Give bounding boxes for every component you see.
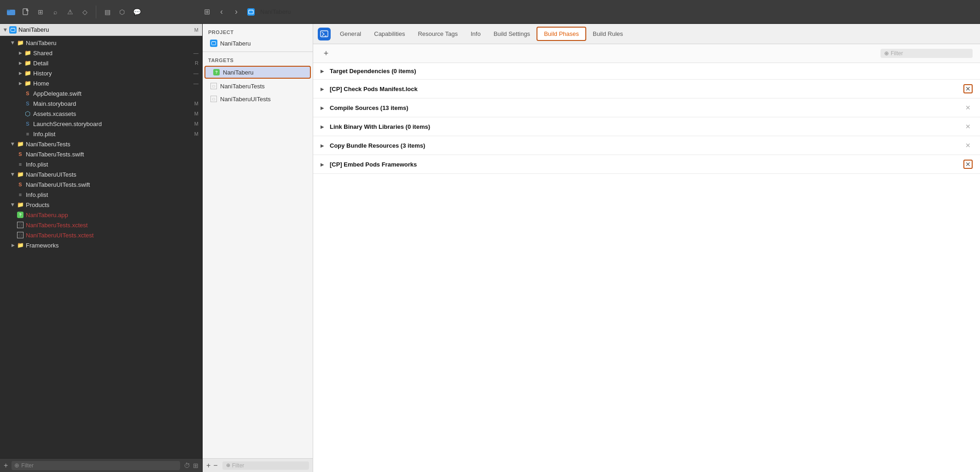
list-item[interactable]: ▶ 📁 NaniTaberuTests: [0, 139, 202, 149]
phase-close-btn[interactable]: ✕: [963, 160, 973, 169]
forward-btn[interactable]: ›: [231, 6, 242, 17]
xcode-icon: [317, 27, 332, 41]
tree-item-label: Main.storyboard: [33, 100, 191, 107]
tab-info[interactable]: Info: [464, 28, 487, 40]
phase-check-pods[interactable]: ▶ [CP] Check Pods Manifest.lock ✕: [313, 80, 980, 98]
search-icon[interactable]: ⌕: [50, 6, 61, 17]
project-remove-btn[interactable]: −: [213, 461, 217, 470]
tab-build-phases[interactable]: Build Phases: [537, 27, 586, 41]
phase-label: Target Dependencies (0 items): [330, 68, 973, 75]
list-item[interactable]: S NaniTaberuUITests.swift: [0, 179, 202, 190]
chat-icon[interactable]: 💬: [131, 6, 142, 17]
plist-icon: ≡: [24, 130, 31, 138]
svg-rect-1: [7, 10, 10, 11]
list-item[interactable]: S LaunchScreen.storyboard M: [0, 119, 202, 129]
storyboard-icon: S: [24, 120, 31, 127]
list-item[interactable]: ▶ 📁 History —: [0, 68, 202, 78]
add-file-btn[interactable]: +: [4, 461, 8, 470]
list-item[interactable]: S Main.storyboard M: [0, 98, 202, 109]
list-item[interactable]: ▶ 📁 Products: [0, 200, 202, 210]
list-item[interactable]: ≡ Info.plist M: [0, 129, 202, 139]
add-phase-btn[interactable]: +: [321, 48, 332, 59]
list-item[interactable]: ▶ 📁 NaniTaberuUITests: [0, 169, 202, 179]
tab-resource-tags[interactable]: Resource Tags: [411, 28, 464, 40]
root-label: NaniTaberu: [18, 26, 191, 33]
tab-capabilities[interactable]: Capabilities: [368, 28, 411, 40]
project-file-icon: [210, 40, 217, 47]
phase-copy-bundle[interactable]: ▶ Copy Bundle Resources (3 items) ✕: [313, 136, 980, 155]
phase-label: Compile Sources (13 items): [330, 104, 963, 111]
phase-close-btn[interactable]: ✕: [963, 122, 973, 131]
build-toolbar: + ⊕ Filter: [313, 44, 980, 63]
phase-link-binary[interactable]: ▶ Link Binary With Libraries (0 items) ✕: [313, 117, 980, 136]
back-btn[interactable]: ‹: [216, 6, 227, 17]
list-item[interactable]: □ NaniTaberuUITests.xctest: [0, 230, 202, 240]
flag-icon[interactable]: ◇: [79, 6, 90, 17]
phase-arrow: ▶: [321, 143, 326, 148]
tree-badge: M: [193, 111, 198, 116]
list-item[interactable]: ≡ Info.plist: [0, 190, 202, 200]
target-item-uitests[interactable]: □ NaniTaberuUITests: [203, 92, 313, 105]
folder-arrow: ▶: [9, 39, 17, 46]
phase-close-btn[interactable]: ✕: [963, 84, 973, 93]
file-navigator: ▶ NaniTaberu M ▶ 📁 NaniT: [0, 24, 203, 472]
tree-item-label: Shared: [33, 50, 191, 57]
project-panel: PROJECT NaniTaberu TARGETS: [203, 24, 313, 472]
tree-item-label: Info.plist: [26, 191, 198, 198]
tab-build-settings[interactable]: Build Settings: [487, 28, 537, 40]
list-item[interactable]: S NaniTaberuTests.swift: [0, 149, 202, 159]
list-item[interactable]: ▶ 📁 Detail R: [0, 58, 202, 68]
project-filter-icon: ⊕: [226, 462, 230, 468]
file-nav-footer: + ⊕ Filter ⏱ ⊞: [0, 458, 202, 472]
build-filter[interactable]: ⊕ Filter: [881, 49, 973, 58]
list-item[interactable]: ? NaniTaberu.app: [0, 210, 202, 220]
tree-badge: M: [193, 121, 198, 127]
tree-badge: M: [193, 101, 198, 106]
folder-icon-history: 📁: [24, 69, 31, 77]
target-label-nanitaberu: NaniTaberu: [223, 69, 254, 76]
layout-icon[interactable]: ⊞: [201, 6, 212, 17]
tree-badge: M: [193, 131, 198, 137]
tree-item-label: NaniTaberuTests.xctest: [26, 222, 198, 229]
grid-icon[interactable]: ⊞: [35, 6, 46, 17]
history-icon[interactable]: ⏱: [184, 462, 190, 469]
tree-item-label: NaniTaberu: [26, 40, 198, 46]
folder-icon[interactable]: [6, 6, 17, 17]
list-item[interactable]: ▶ 📁 Home —: [0, 78, 202, 88]
list-item[interactable]: ≡ Info.plist: [0, 159, 202, 169]
tree-item-label: NaniTaberuUITests: [26, 171, 198, 178]
tree-root[interactable]: ▶ NaniTaberu M: [0, 24, 202, 36]
phase-embed-pods[interactable]: ▶ [CP] Embed Pods Frameworks ✕: [313, 155, 980, 174]
list-item[interactable]: ⬡ Assets.xcassets M: [0, 109, 202, 119]
phase-compile-sources[interactable]: ▶ Compile Sources (13 items) ✕: [313, 98, 980, 117]
tab-build-rules[interactable]: Build Rules: [586, 28, 630, 40]
plist-icon: ≡: [17, 161, 24, 168]
phase-target-dependencies[interactable]: ▶ Target Dependencies (0 items): [313, 63, 980, 80]
target-item-nanitaberu[interactable]: ? NaniTaberu: [204, 66, 311, 79]
list-item[interactable]: S AppDelegate.swift: [0, 88, 202, 98]
target-file-icon-tests: □: [210, 82, 217, 90]
warning-icon[interactable]: ⚠: [64, 6, 76, 17]
project-item-nanitaberu[interactable]: NaniTaberu: [203, 37, 313, 50]
list-item[interactable]: ▶ 📁 Shared —: [0, 48, 202, 58]
phase-arrow: ▶: [321, 69, 326, 74]
folder-icon-shared: 📁: [24, 49, 31, 57]
filter-text: Filter: [21, 462, 34, 469]
list-item[interactable]: ▶ 📁 NaniTaberu: [0, 38, 202, 48]
label-icon[interactable]: ⬡: [117, 6, 128, 17]
list-item[interactable]: □ NaniTaberuTests.xctest: [0, 220, 202, 230]
target-file-icon-uitests: □: [210, 95, 217, 103]
phase-close-btn[interactable]: ✕: [963, 103, 973, 112]
file-icon[interactable]: [20, 6, 31, 17]
project-add-btn[interactable]: +: [206, 461, 210, 470]
tree-badge: —: [193, 70, 198, 76]
list-item[interactable]: ▶ 📁 Frameworks: [0, 240, 202, 250]
tab-general[interactable]: General: [333, 28, 368, 40]
filter-bar[interactable]: ⊕ Filter: [12, 461, 180, 470]
target-item-tests[interactable]: □ NaniTaberuTests: [203, 80, 313, 92]
grid-icon[interactable]: ⊞: [193, 462, 198, 469]
tab-bar: General Capabilities Resource Tags Info …: [313, 24, 980, 44]
table-icon[interactable]: ▤: [102, 6, 113, 17]
project-section-header: PROJECT: [203, 26, 313, 37]
phase-close-btn[interactable]: ✕: [963, 141, 973, 150]
